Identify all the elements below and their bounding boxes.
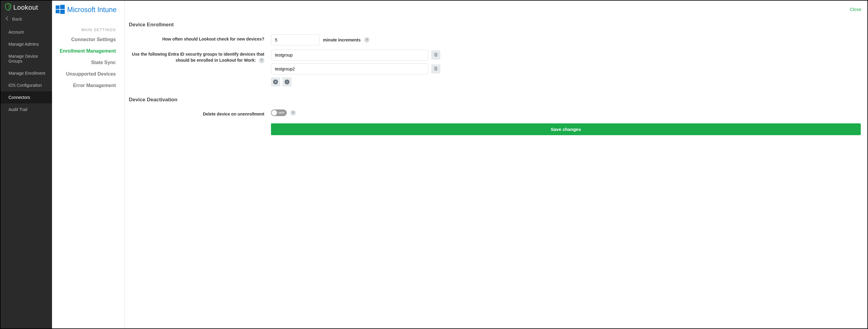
section-title-deactivation: Device Deactivation xyxy=(129,97,861,103)
brand-logo: Lookout xyxy=(1,1,52,13)
back-label: Back xyxy=(12,16,22,22)
sidebar-item-account[interactable]: Account xyxy=(1,26,52,38)
sidebar: Lookout Back Account Manage Admins Manag… xyxy=(1,1,52,328)
trash-icon xyxy=(434,67,438,72)
sidebar-item-label: Manage Admins xyxy=(8,42,39,46)
back-button[interactable]: Back xyxy=(1,13,52,26)
help-icon[interactable]: ? xyxy=(290,110,296,116)
connector-nav: Microsoft Intune MAIN SETTINGS Connector… xyxy=(52,1,125,328)
check-interval-suffix: minute increments xyxy=(323,37,361,42)
sidebar-item-connectors[interactable]: Connectors xyxy=(1,91,52,103)
trash-icon xyxy=(434,53,438,58)
security-group-input[interactable] xyxy=(271,64,428,74)
add-group-button[interactable]: + xyxy=(271,77,280,87)
brand-name: Lookout xyxy=(13,4,38,11)
connector-title: Microsoft Intune xyxy=(67,6,117,14)
secondary-heading: MAIN SETTINGS xyxy=(52,19,124,34)
main-content: Close Device Enrollment How often should… xyxy=(125,1,867,328)
sidebar-item-label: Manage Enrollment xyxy=(8,71,45,75)
connector-header: Microsoft Intune xyxy=(52,2,124,19)
secondary-item-unsupported-devices[interactable]: Unsupported Devices xyxy=(52,68,124,80)
sidebar-item-audit-trail[interactable]: Audit Trail xyxy=(1,103,52,116)
sidebar-item-label: Account xyxy=(8,30,24,34)
security-group-row xyxy=(271,64,861,74)
secondary-item-error-management[interactable]: Error Management xyxy=(52,80,124,91)
secondary-item-label: Unsupported Devices xyxy=(66,71,116,76)
lookout-shield-icon xyxy=(5,3,11,12)
sidebar-item-label: iOS Configuration xyxy=(8,83,42,88)
windows-icon xyxy=(55,4,65,15)
secondary-item-enrollment-management[interactable]: Enrollment Management xyxy=(52,45,124,57)
delete-group-button[interactable] xyxy=(431,51,440,60)
secondary-item-label: Error Management xyxy=(73,83,116,88)
help-icon[interactable]: ? xyxy=(259,58,264,63)
save-changes-button[interactable]: Save changes xyxy=(271,123,861,135)
sidebar-item-manage-enrollment[interactable]: Manage Enrollment xyxy=(1,67,52,79)
svg-rect-3 xyxy=(60,10,65,14)
delete-on-unenroll-toggle[interactable]: OFF xyxy=(271,109,287,116)
sidebar-item-manage-device-groups[interactable]: Manage Device Groups xyxy=(1,50,52,67)
minus-icon: − xyxy=(285,79,289,85)
secondary-item-label: State Sync xyxy=(91,60,116,65)
sidebar-item-label: Audit Trail xyxy=(8,107,27,112)
secondary-item-label: Enrollment Management xyxy=(60,48,116,54)
sidebar-item-ios-configuration[interactable]: iOS Configuration xyxy=(1,79,52,91)
security-groups-label: Use the following Entra ID security grou… xyxy=(129,50,271,63)
toggle-knob xyxy=(272,110,277,116)
close-button[interactable]: Close xyxy=(850,7,861,12)
sidebar-item-manage-admins[interactable]: Manage Admins xyxy=(1,38,52,50)
svg-rect-0 xyxy=(56,5,60,9)
remove-group-button[interactable]: − xyxy=(282,77,291,87)
check-interval-label: How often should Lookout check for new d… xyxy=(129,34,271,42)
section-title-enrollment: Device Enrollment xyxy=(129,22,861,28)
delete-on-unenroll-label: Delete device on unenrollment xyxy=(129,109,271,117)
svg-rect-2 xyxy=(56,10,60,13)
security-group-row xyxy=(271,50,861,61)
svg-rect-1 xyxy=(60,5,65,9)
check-interval-input[interactable] xyxy=(271,34,319,45)
plus-icon: + xyxy=(273,79,278,85)
secondary-item-label: Connector Settings xyxy=(71,37,116,42)
sidebar-item-label: Manage Device Groups xyxy=(8,54,38,64)
toggle-state-label: OFF xyxy=(279,111,285,114)
help-icon[interactable]: ? xyxy=(364,37,370,43)
security-group-input[interactable] xyxy=(271,50,428,61)
delete-group-button[interactable] xyxy=(431,64,440,73)
sidebar-item-label: Connectors xyxy=(8,95,30,100)
secondary-item-state-sync[interactable]: State Sync xyxy=(52,57,124,68)
secondary-item-connector-settings[interactable]: Connector Settings xyxy=(52,34,124,45)
chevron-left-icon xyxy=(5,16,10,22)
